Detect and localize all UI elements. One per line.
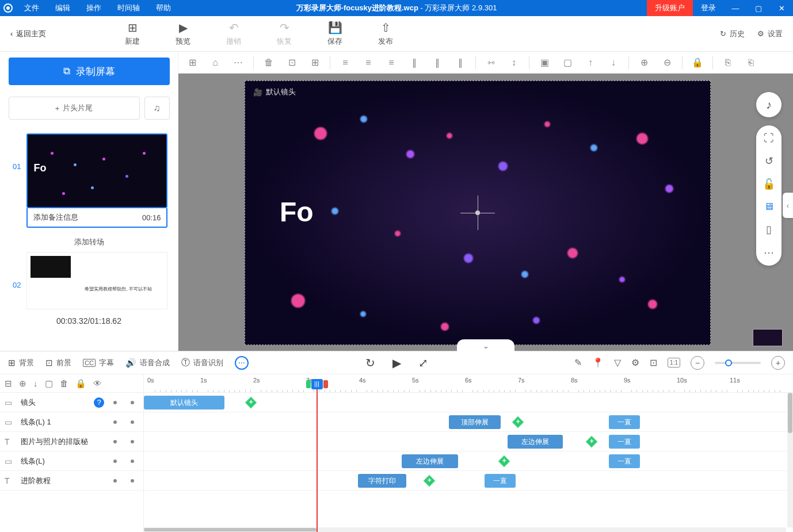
layer-down-icon[interactable]: ↓ [603,54,624,71]
zoom-in-icon[interactable]: ⊕ [634,54,654,71]
track-row[interactable]: ▭镜头? [0,393,143,412]
clip-block[interactable]: 一直 [485,474,516,488]
track[interactable]: 左边伸展一直 [144,451,793,471]
clip-item-2[interactable]: 02 希望实用教程帮助您, 不可以不知 [7,252,171,309]
layer-up-icon[interactable]: ↑ [580,54,601,71]
tab-background[interactable]: ⊞背景 [8,358,34,368]
lock-track-icon[interactable]: 🔒 [75,378,86,389]
delete-icon[interactable]: 🗑 [60,378,68,388]
revert-icon[interactable]: ↺ [765,155,773,167]
close-button[interactable]: ✕ [770,0,793,16]
title-end-button[interactable]: + 片头片尾 [9,97,140,120]
clip-block[interactable]: 一直 [609,435,640,449]
home-icon[interactable]: ⌂ [205,54,226,71]
trash-icon[interactable]: 🗑 [258,54,279,71]
lock-icon[interactable]: 🔓 [762,178,775,190]
filter-icon[interactable]: ▽ [614,357,621,368]
back-icon[interactable]: ⊟ [5,378,12,389]
back-home-button[interactable]: ‹ 返回主页 [10,29,46,39]
preview-button[interactable]: ▶预览 [166,21,200,47]
login-button[interactable]: 登录 [693,0,724,16]
tab-asr[interactable]: Ⓣ语音识别 [181,357,223,368]
clip-thumbnail[interactable]: Fo [26,133,167,208]
monitor-icon[interactable]: 🖥 [764,201,774,213]
edit-icon[interactable]: ✎ [574,357,582,368]
menu-help[interactable]: 帮助 [148,0,179,16]
menu-operate[interactable]: 操作 [78,0,109,16]
music-button[interactable]: ♫ [144,97,170,120]
clip-block[interactable]: 左边伸展 [508,435,563,449]
zoom-out-icon[interactable]: ⊖ [657,54,677,71]
clip-thumbnail[interactable]: 希望实用教程帮助您, 不可以不知 [26,252,167,309]
expand-tab[interactable]: ‹ [783,193,793,218]
undo-button[interactable]: ↶撤销 [216,21,251,47]
help-icon[interactable]: ? [94,397,104,408]
eye-icon[interactable]: 👁 [93,378,102,388]
track-row[interactable]: ▭线条(L) 1 [0,412,143,432]
ruler-toggle-icon[interactable]: ⊞ [182,54,203,71]
record-screen-button[interactable]: ⧉ 录制屏幕 [9,58,170,85]
zoom-out-timeline[interactable]: − [691,356,704,370]
track-area[interactable]: 0s1s2s3s4s5s6s7s8s9s10s11s 默认镜头顶部伸展一直左边伸… [144,374,793,532]
fullscreen-icon[interactable]: ⛶ [764,132,774,144]
clip-block[interactable]: 顶部伸展 [449,415,501,429]
dist-h-icon[interactable]: ⇿ [481,54,501,71]
playhead[interactable] [317,379,318,532]
upgrade-button[interactable]: 升级账户 [647,0,693,16]
mobile-icon[interactable]: ▯ [766,223,772,236]
settings2-icon[interactable]: ⚙ [631,357,639,368]
stage[interactable]: 🎥 默认镜头 Fo [245,81,711,345]
tab-tts[interactable]: 🔊语音合成 [125,358,170,368]
music-float-button[interactable]: ♪ [756,92,781,117]
track-row[interactable]: T图片与照片的排版秘 [0,432,143,451]
clip-item-1[interactable]: 01 Fo 添加备注信息 00:16 [7,133,171,228]
clip-block[interactable]: 一直 [609,454,640,468]
align-center-icon[interactable]: ≡ [358,54,379,71]
keyframe-add[interactable] [245,396,258,409]
menu-edit[interactable]: 编辑 [47,0,78,16]
more-float-icon[interactable]: ⋯ [764,246,774,259]
clip-block[interactable]: 默认镜头 [144,396,224,409]
mini-thumbnail[interactable] [753,329,783,346]
track-row[interactable]: T进阶教程 [0,471,143,491]
dist-v-icon[interactable]: ↕ [504,54,524,71]
zoom-in-timeline[interactable]: + [771,356,785,370]
align-left-icon[interactable]: ≡ [335,54,356,71]
clip-block[interactable]: 字符打印 [358,474,406,488]
align-right-icon[interactable]: ≡ [381,54,402,71]
focus-icon[interactable]: ⊡ [281,54,302,71]
align-top-icon[interactable]: ‖ [404,54,425,71]
zoom-slider[interactable] [715,362,761,364]
maximize-button[interactable]: ▢ [747,0,770,16]
time-ruler[interactable]: 0s1s2s3s4s5s6s7s8s9s10s11s [144,374,793,393]
play-button[interactable]: ▶ [392,356,401,370]
redo-button[interactable]: ↷恢复 [267,21,302,47]
selection-icon[interactable]: ⊡ [650,357,657,368]
keyframe-add[interactable] [512,416,525,429]
keyframe-add[interactable] [423,474,436,488]
track[interactable]: 字符打印一直 [144,471,793,491]
fit-icon[interactable]: 1:1 [668,358,680,368]
track[interactable]: 顶部伸展一直 [144,412,793,432]
track[interactable]: 默认镜头 [144,393,793,412]
folder-add-icon[interactable]: ⊕ [19,378,26,389]
layer-back-icon[interactable]: ▢ [557,54,578,71]
minimize-button[interactable]: — [724,0,747,16]
new-button[interactable]: ⊞新建 [115,21,150,47]
settings-button[interactable]: ⚙设置 [757,29,783,39]
more-tabs-button[interactable]: ⋯ [235,356,249,370]
track-row[interactable]: ▭线条(L) [0,451,143,471]
paste-icon[interactable]: ⎗ [741,54,761,71]
align-bottom-icon[interactable]: ‖ [450,54,471,71]
keyframe-add[interactable] [498,455,511,468]
expand-button[interactable]: ⤢ [418,356,428,370]
more-icon[interactable]: ⋯ [228,54,249,71]
menu-file[interactable]: 文件 [16,0,47,16]
timeline-hscroll[interactable] [144,527,786,532]
menu-timeline[interactable]: 时间轴 [109,0,148,16]
transition-label[interactable]: 添加转场 [74,232,104,252]
align-mid-icon[interactable]: ‖ [427,54,448,71]
clip-block[interactable]: 左边伸展 [402,454,458,468]
tab-foreground[interactable]: ⊡前景 [45,358,71,368]
keyframe-add[interactable] [585,435,598,449]
